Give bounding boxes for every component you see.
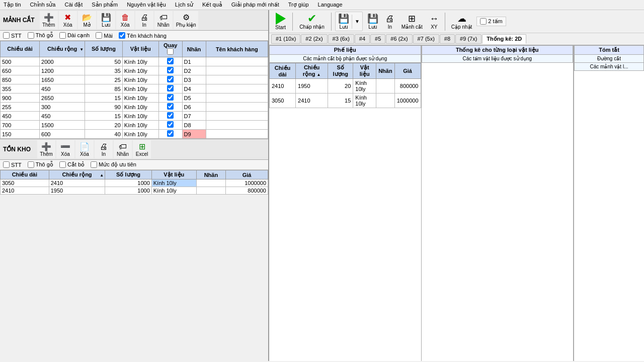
ton-excel-button[interactable]: ⊞ Excel <box>133 140 151 158</box>
table-row[interactable]: 850 1650 25 Kính 10ly D3 <box>1 75 268 84</box>
2tam-checkbox[interactable] <box>480 18 487 25</box>
luu-button[interactable]: 💾 Lưu <box>97 11 115 29</box>
table-row[interactable]: 700 1500 20 Kính 10ly D8 <box>1 121 268 130</box>
tab-6[interactable]: #6 (2x) <box>386 34 412 44</box>
chap-nhan-button[interactable]: ✔ Chấp nhận <box>296 12 328 31</box>
menu-tap-tin[interactable]: Tập tin <box>2 1 23 9</box>
filter-ten-kh[interactable]: Tên khách hàng <box>119 32 167 39</box>
cell-quay[interactable] <box>158 84 182 94</box>
ton-them-button[interactable]: ➕ Thêm <box>37 140 55 158</box>
cell-chieu-dai: 700 <box>1 121 40 130</box>
cell-quay[interactable] <box>158 57 182 66</box>
table-row[interactable]: 450 450 15 Kính 10ly D7 <box>1 112 268 121</box>
tab-8[interactable]: #8 <box>440 34 455 44</box>
ton-xoa2-label: Xóa <box>80 151 89 157</box>
cell-quay[interactable] <box>158 94 182 103</box>
ton-col-gia: Giá <box>225 170 268 179</box>
ton-tho-go-checkbox[interactable] <box>28 161 34 168</box>
table-row[interactable]: 2410 1950 20 Kính 10ly 800000 <box>270 79 421 94</box>
table-row[interactable]: 150 600 40 Kính 10ly D9 <box>1 130 268 139</box>
tab-9[interactable]: #9 (7x) <box>455 34 481 44</box>
luu-main-button[interactable]: 💾 Lưu <box>336 12 352 31</box>
menu-language[interactable]: Language <box>316 1 344 9</box>
quay-checkbox[interactable] <box>167 130 174 137</box>
manh-cat-right-button[interactable]: ⊞ Mảnh cắt <box>399 12 425 31</box>
menu-lich-su[interactable]: Lịch sử <box>174 1 195 9</box>
in-right-button[interactable]: 🖨 In <box>383 13 397 31</box>
filter-tho-go[interactable]: Thô gỗ <box>28 32 53 39</box>
tab-1[interactable]: #1 (10x) <box>271 34 300 44</box>
ton-xoa-button[interactable]: ➖ Xóa <box>56 140 74 158</box>
menu-giai-phap[interactable]: Giải pháp mới nhất <box>230 1 281 9</box>
dai-canh-checkbox[interactable] <box>59 32 66 39</box>
quay-checkbox[interactable] <box>167 112 174 119</box>
ton-cat-bo-checkbox[interactable] <box>59 161 66 168</box>
ton-filter-muc-do[interactable]: Mức độ ưu tiên <box>91 161 136 168</box>
phu-kien-button[interactable]: ⚙ Phụ kiện <box>174 11 199 29</box>
tab-7[interactable]: #7 (5x) <box>413 34 439 44</box>
filter-stt[interactable]: STT <box>3 32 22 39</box>
tab-2[interactable]: #2 (2x) <box>301 34 327 44</box>
tab-4[interactable]: #4 <box>355 34 370 44</box>
table-row[interactable]: 900 2650 15 Kính 10ly D5 <box>1 94 268 103</box>
table-row[interactable]: 355 450 85 Kính 10ly D4 <box>1 84 268 94</box>
cap-nhat-icon: ☁ <box>457 13 466 24</box>
menu-san-pham[interactable]: Sản phẩm <box>90 1 119 9</box>
xoa-button[interactable]: ✖ Xóa <box>59 11 77 29</box>
them-button[interactable]: ➕ Thêm <box>40 11 58 29</box>
quay-checkbox[interactable] <box>167 85 174 92</box>
cell-quay[interactable] <box>158 121 182 130</box>
tab-3[interactable]: #3 (6x) <box>328 34 354 44</box>
quay-all-checkbox[interactable] <box>167 48 174 55</box>
xy-button[interactable]: ↔ XY <box>427 13 441 31</box>
mo-button[interactable]: 📂 Mở <box>78 11 96 29</box>
ton-nhan-button[interactable]: 🏷 Nhãn <box>114 140 132 158</box>
filter-dai-canh[interactable]: Dài cạnh <box>59 32 90 39</box>
quay-checkbox[interactable] <box>167 94 174 101</box>
menu-tro-giup[interactable]: Trợ giúp <box>287 1 310 9</box>
table-row[interactable]: 650 1200 35 Kính 10ly D2 <box>1 66 268 75</box>
checkbox-2tam-label[interactable]: 2 tấm <box>476 17 506 26</box>
tab-thong-ke[interactable]: Thống kê: 2D <box>482 34 526 44</box>
table-row[interactable]: 3050 2410 1000 Kính 10ly 1000000 <box>1 179 268 187</box>
in-button[interactable]: 🖨 In <box>135 11 153 29</box>
menu-cai-dat[interactable]: Cài đặt <box>63 1 85 9</box>
luu-dropdown-button[interactable]: ▼ <box>352 18 362 25</box>
table-row[interactable]: 2410 1950 1000 Kính 10ly 800000 <box>1 187 268 195</box>
ton-filter-tho-go[interactable]: Thô gỗ <box>28 161 53 168</box>
filter-mai[interactable]: Mài <box>96 32 113 39</box>
cap-nhat-button[interactable]: ☁ Cập nhật <box>449 12 474 31</box>
tho-go-checkbox[interactable] <box>28 32 34 39</box>
quay-checkbox[interactable] <box>167 121 174 128</box>
cell-quay[interactable] <box>158 112 182 121</box>
quay-checkbox[interactable] <box>167 58 174 64</box>
ten-kh-checkbox[interactable] <box>119 32 125 39</box>
tab-5[interactable]: #5 <box>370 34 385 44</box>
ton-filter-cat-bo[interactable]: Cắt bỏ <box>59 161 85 168</box>
start-button[interactable]: Start <box>272 12 289 31</box>
nhan-button[interactable]: 🏷 Nhãn <box>154 11 173 29</box>
table-row[interactable]: 255 300 90 Kính 10ly D6 <box>1 103 268 112</box>
cell-quay[interactable] <box>158 130 182 139</box>
ton-muc-do-checkbox[interactable] <box>91 161 97 168</box>
quay-checkbox[interactable] <box>167 76 174 82</box>
cell-quay[interactable] <box>158 103 182 112</box>
quay-checkbox[interactable] <box>167 67 174 73</box>
table-row[interactable]: 500 2000 50 Kính 10ly D1 <box>1 57 268 66</box>
cell-quay[interactable] <box>158 66 182 75</box>
cell-quay[interactable] <box>158 75 182 84</box>
xoa2-button[interactable]: 🗑 Xóa <box>116 11 134 29</box>
luu2-button[interactable]: 💾 Lưu <box>365 12 381 31</box>
table-row[interactable]: 3050 2410 15 Kính 10ly 1000000 <box>270 94 421 108</box>
menu-nguyen-vat-lieu[interactable]: Nguyên vật liệu <box>125 1 168 9</box>
menu-chinh-sua[interactable]: Chỉnh sửa <box>29 1 57 9</box>
mai-checkbox[interactable] <box>96 32 102 39</box>
ton-filter-stt[interactable]: STT <box>3 161 22 168</box>
ton-stt-checkbox[interactable] <box>3 161 10 168</box>
menu-ket-qua[interactable]: Kết quả <box>201 1 224 9</box>
stt-checkbox[interactable] <box>3 32 10 39</box>
ton-in-button[interactable]: 🖨 In <box>95 140 113 158</box>
quay-checkbox[interactable] <box>167 103 174 110</box>
toolbar-sep-3 <box>445 13 445 31</box>
ton-xoa2-button[interactable]: 📄 Xóa <box>75 140 94 158</box>
